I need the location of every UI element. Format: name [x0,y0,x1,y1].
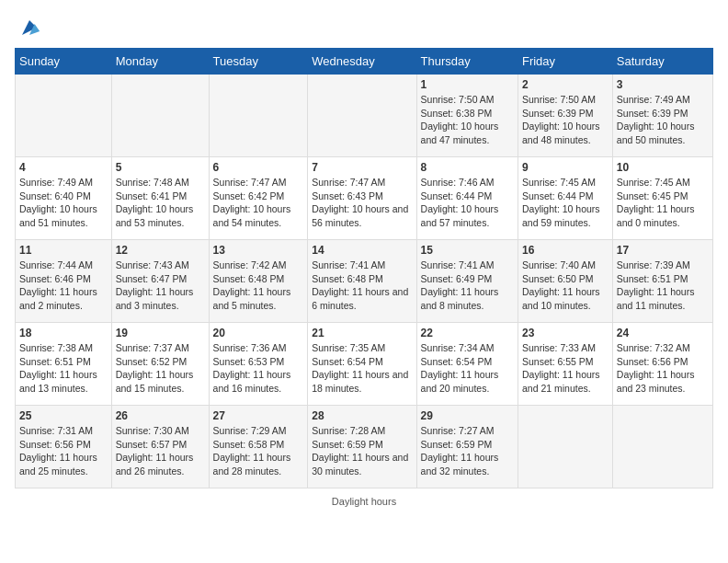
page-header [15,15,713,39]
day-number: 1 [421,78,514,91]
logo-icon [18,17,40,39]
day-cell: 24Sunrise: 7:32 AM Sunset: 6:56 PM Dayli… [612,323,712,406]
day-cell: 9Sunrise: 7:45 AM Sunset: 6:44 PM Daylig… [518,157,612,240]
day-info: Sunrise: 7:35 AM Sunset: 6:54 PM Dayligh… [312,341,412,396]
day-cell [612,406,712,488]
day-cell [209,75,308,157]
day-number: 4 [19,161,108,174]
day-number: 13 [213,244,304,257]
day-info: Sunrise: 7:41 AM Sunset: 6:48 PM Dayligh… [312,259,412,313]
day-number: 24 [617,327,709,339]
day-info: Sunrise: 7:27 AM Sunset: 6:59 PM Dayligh… [421,424,514,478]
day-number: 3 [617,78,709,91]
day-cell: 7Sunrise: 7:47 AM Sunset: 6:43 PM Daylig… [308,157,416,240]
day-cell: 13Sunrise: 7:42 AM Sunset: 6:48 PM Dayli… [209,240,308,323]
week-row-3: 18Sunrise: 7:38 AM Sunset: 6:51 PM Dayli… [16,323,713,406]
day-cell: 29Sunrise: 7:27 AM Sunset: 6:59 PM Dayli… [416,406,518,488]
day-number: 11 [19,244,108,257]
day-cell: 8Sunrise: 7:46 AM Sunset: 6:44 PM Daylig… [416,157,518,240]
day-number: 10 [617,161,709,174]
day-cell: 17Sunrise: 7:39 AM Sunset: 6:51 PM Dayli… [612,240,712,323]
header-cell-saturday: Saturday [612,49,712,75]
header-cell-wednesday: Wednesday [308,49,416,75]
day-info: Sunrise: 7:48 AM Sunset: 6:41 PM Dayligh… [116,176,205,230]
day-number: 28 [312,409,412,422]
day-cell: 21Sunrise: 7:35 AM Sunset: 6:54 PM Dayli… [308,323,416,406]
day-info: Sunrise: 7:50 AM Sunset: 6:38 PM Dayligh… [421,93,514,147]
week-row-4: 25Sunrise: 7:31 AM Sunset: 6:56 PM Dayli… [16,406,713,488]
day-number: 14 [312,244,412,257]
day-number: 5 [116,161,205,174]
day-cell: 18Sunrise: 7:38 AM Sunset: 6:51 PM Dayli… [16,323,112,406]
day-info: Sunrise: 7:39 AM Sunset: 6:51 PM Dayligh… [617,259,709,313]
day-cell: 28Sunrise: 7:28 AM Sunset: 6:59 PM Dayli… [308,406,416,488]
day-cell: 14Sunrise: 7:41 AM Sunset: 6:48 PM Dayli… [308,240,416,323]
day-cell: 4Sunrise: 7:49 AM Sunset: 6:40 PM Daylig… [16,157,112,240]
day-cell [518,406,612,488]
day-info: Sunrise: 7:40 AM Sunset: 6:50 PM Dayligh… [522,259,609,313]
day-info: Sunrise: 7:45 AM Sunset: 6:44 PM Dayligh… [522,176,609,230]
day-cell: 15Sunrise: 7:41 AM Sunset: 6:49 PM Dayli… [416,240,518,323]
day-info: Sunrise: 7:37 AM Sunset: 6:52 PM Dayligh… [116,341,205,396]
daylight-label: Daylight hours [332,496,396,507]
day-number: 7 [312,161,412,174]
day-cell: 16Sunrise: 7:40 AM Sunset: 6:50 PM Dayli… [518,240,612,323]
day-cell: 11Sunrise: 7:44 AM Sunset: 6:46 PM Dayli… [16,240,112,323]
day-info: Sunrise: 7:38 AM Sunset: 6:51 PM Dayligh… [19,341,108,396]
day-cell: 3Sunrise: 7:49 AM Sunset: 6:39 PM Daylig… [612,75,712,157]
calendar-body: 1Sunrise: 7:50 AM Sunset: 6:38 PM Daylig… [16,75,713,488]
day-info: Sunrise: 7:50 AM Sunset: 6:39 PM Dayligh… [522,93,609,147]
day-number: 6 [213,161,304,174]
day-number: 16 [522,244,609,257]
day-number: 2 [522,78,609,91]
day-info: Sunrise: 7:34 AM Sunset: 6:54 PM Dayligh… [421,341,514,396]
day-info: Sunrise: 7:42 AM Sunset: 6:48 PM Dayligh… [213,259,304,313]
footer-legend: Daylight hours [15,496,713,507]
day-cell: 27Sunrise: 7:29 AM Sunset: 6:58 PM Dayli… [209,406,308,488]
day-cell: 23Sunrise: 7:33 AM Sunset: 6:55 PM Dayli… [518,323,612,406]
day-info: Sunrise: 7:32 AM Sunset: 6:56 PM Dayligh… [617,341,709,396]
day-info: Sunrise: 7:44 AM Sunset: 6:46 PM Dayligh… [19,259,108,313]
day-cell: 22Sunrise: 7:34 AM Sunset: 6:54 PM Dayli… [416,323,518,406]
day-cell [308,75,416,157]
header-cell-monday: Monday [111,49,209,75]
day-info: Sunrise: 7:28 AM Sunset: 6:59 PM Dayligh… [312,424,412,478]
header-cell-thursday: Thursday [416,49,518,75]
day-number: 12 [116,244,205,257]
day-cell: 2Sunrise: 7:50 AM Sunset: 6:39 PM Daylig… [518,75,612,157]
day-cell [16,75,112,157]
footer: Daylight hours [15,496,713,507]
day-cell: 26Sunrise: 7:30 AM Sunset: 6:57 PM Dayli… [111,406,209,488]
day-number: 25 [19,409,108,422]
day-cell: 1Sunrise: 7:50 AM Sunset: 6:38 PM Daylig… [416,75,518,157]
day-cell: 25Sunrise: 7:31 AM Sunset: 6:56 PM Dayli… [16,406,112,488]
day-cell: 12Sunrise: 7:43 AM Sunset: 6:47 PM Dayli… [111,240,209,323]
header-row: SundayMondayTuesdayWednesdayThursdayFrid… [16,49,713,75]
day-info: Sunrise: 7:33 AM Sunset: 6:55 PM Dayligh… [522,341,609,396]
day-info: Sunrise: 7:49 AM Sunset: 6:40 PM Dayligh… [19,176,108,230]
day-number: 17 [617,244,709,257]
day-number: 19 [116,327,205,339]
week-row-1: 4Sunrise: 7:49 AM Sunset: 6:40 PM Daylig… [16,157,713,240]
day-number: 27 [213,409,304,422]
day-info: Sunrise: 7:41 AM Sunset: 6:49 PM Dayligh… [421,259,514,313]
header-cell-tuesday: Tuesday [209,49,308,75]
day-number: 8 [421,161,514,174]
header-cell-friday: Friday [518,49,612,75]
day-number: 22 [421,327,514,339]
day-info: Sunrise: 7:31 AM Sunset: 6:56 PM Dayligh… [19,424,108,478]
day-number: 9 [522,161,609,174]
day-cell: 20Sunrise: 7:36 AM Sunset: 6:53 PM Dayli… [209,323,308,406]
day-number: 20 [213,327,304,339]
day-info: Sunrise: 7:29 AM Sunset: 6:58 PM Dayligh… [213,424,304,478]
day-cell: 19Sunrise: 7:37 AM Sunset: 6:52 PM Dayli… [111,323,209,406]
day-info: Sunrise: 7:36 AM Sunset: 6:53 PM Dayligh… [213,341,304,396]
week-row-0: 1Sunrise: 7:50 AM Sunset: 6:38 PM Daylig… [16,75,713,157]
day-cell [111,75,209,157]
day-number: 15 [421,244,514,257]
day-info: Sunrise: 7:46 AM Sunset: 6:44 PM Dayligh… [421,176,514,230]
day-cell: 6Sunrise: 7:47 AM Sunset: 6:42 PM Daylig… [209,157,308,240]
day-info: Sunrise: 7:47 AM Sunset: 6:43 PM Dayligh… [312,176,412,230]
day-cell: 5Sunrise: 7:48 AM Sunset: 6:41 PM Daylig… [111,157,209,240]
calendar-header: SundayMondayTuesdayWednesdayThursdayFrid… [16,49,713,75]
